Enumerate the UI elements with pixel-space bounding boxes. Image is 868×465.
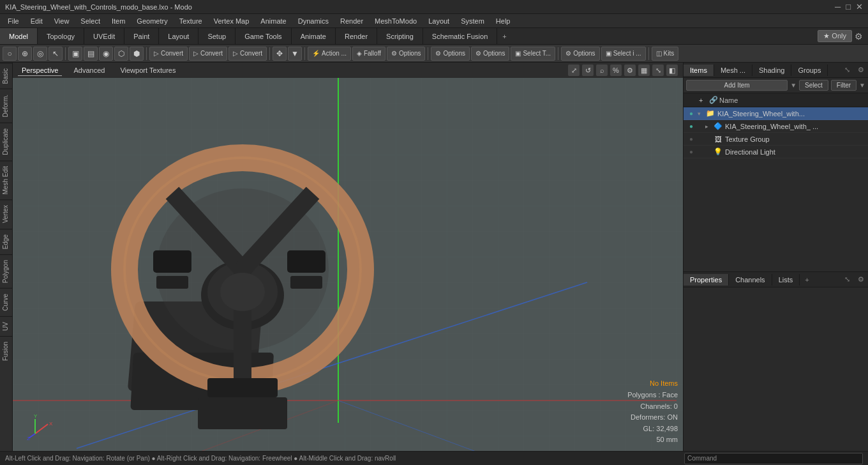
items-tab-items[interactable]: Items bbox=[684, 65, 714, 76]
sidebar-tab-polygon[interactable]: Polygon bbox=[0, 254, 12, 288]
viewport[interactable]: Perspective Advanced Viewport Textures ⤢… bbox=[13, 63, 683, 451]
viewport-settings-btn[interactable]: ⚙ bbox=[624, 65, 636, 76]
sidebar-tab-uv[interactable]: UV bbox=[0, 316, 12, 336]
viewport-tab-advanced[interactable]: Advanced bbox=[70, 65, 108, 75]
arrow-1[interactable]: ▸ bbox=[705, 123, 713, 130]
sidebar-tab-curve[interactable]: Curve bbox=[0, 288, 12, 316]
items-tab-mesh[interactable]: Mesh ... bbox=[714, 65, 752, 76]
link-col-icon[interactable]: 🔗 bbox=[709, 96, 719, 104]
menu-item-meshtomodo[interactable]: MeshToModo bbox=[370, 16, 422, 26]
sidebar-tab-mesh-edit[interactable]: Mesh Edit bbox=[0, 160, 12, 199]
tabs-settings[interactable]: ⚙ bbox=[855, 31, 863, 42]
props-tab-add[interactable]: + bbox=[801, 274, 812, 286]
menu-item-help[interactable]: Help bbox=[491, 16, 516, 26]
filter-dropdown[interactable]: ▼ bbox=[859, 82, 865, 89]
toolbar-icon-3[interactable]: ↖ bbox=[49, 47, 63, 61]
viewport-fit-btn[interactable]: ⤢ bbox=[568, 65, 580, 76]
toolbar-icon-0[interactable]: ○ bbox=[3, 47, 17, 61]
toolbar-btn-11[interactable]: ▷Convert bbox=[149, 47, 188, 61]
tab-schematic-fusion[interactable]: Schematic Fusion bbox=[423, 28, 497, 44]
toolbar-icon-1[interactable]: ⊕ bbox=[18, 47, 32, 61]
menu-item-geometry[interactable]: Geometry bbox=[131, 16, 172, 26]
tab-topology[interactable]: Topology bbox=[38, 28, 84, 44]
menu-item-dynamics[interactable]: Dynamics bbox=[293, 16, 334, 26]
sidebar-tab-deform[interactable]: Deform. bbox=[0, 89, 12, 123]
menu-item-texture[interactable]: Texture bbox=[174, 16, 207, 26]
tree-item-1[interactable]: ● ▸ 🔷 KIA_Steering_Wheel_with_ ... bbox=[684, 120, 868, 133]
toolbar-btn-26[interactable]: ⚙Options bbox=[561, 47, 599, 61]
tree-item-3[interactable]: ● ▸ 💡 Directional Light bbox=[684, 146, 868, 158]
toolbar-icon-5[interactable]: ▣ bbox=[68, 47, 82, 61]
command-input[interactable] bbox=[719, 455, 862, 462]
sidebar-tab-vertex[interactable]: Vertex bbox=[0, 199, 12, 228]
items-panel-settings[interactable]: ⚙ bbox=[854, 64, 868, 76]
tab-scripting[interactable]: Scripting bbox=[377, 28, 423, 44]
tab-render[interactable]: Render bbox=[336, 28, 377, 44]
items-tab-shading[interactable]: Shading bbox=[752, 65, 791, 76]
toolbar-btn-22[interactable]: ⚙Options bbox=[431, 47, 469, 61]
toolbar-btn-29[interactable]: ◫Kits bbox=[652, 47, 679, 61]
toolbar-icon-8[interactable]: ⬡ bbox=[114, 47, 128, 61]
window-controls[interactable]: ─ □ ✕ bbox=[835, 2, 863, 11]
tab-animate[interactable]: Animate bbox=[292, 28, 336, 44]
arrow-0[interactable]: ▾ bbox=[698, 111, 705, 117]
props-settings-btn[interactable]: ⚙ bbox=[854, 273, 868, 286]
sidebar-tab-edge[interactable]: Edge bbox=[0, 229, 12, 254]
tab-layout[interactable]: Layout bbox=[159, 28, 198, 44]
toolbar-icon-7[interactable]: ◉ bbox=[99, 47, 113, 61]
menu-item-layout[interactable]: Layout bbox=[423, 16, 454, 26]
tree-item-0[interactable]: ● ▾ 📁 KIA_Steering_Wheel_with... bbox=[684, 107, 868, 120]
items-panel-expand[interactable]: ⤡ bbox=[841, 64, 854, 76]
menu-item-render[interactable]: Render bbox=[335, 16, 368, 26]
add-item-button[interactable]: Add Item bbox=[686, 80, 788, 91]
close-button[interactable]: ✕ bbox=[856, 2, 863, 11]
props-tab-channels[interactable]: Channels bbox=[729, 274, 772, 286]
viewport-grid-btn[interactable]: ▦ bbox=[638, 65, 650, 76]
toolbar-icon-16[interactable]: ▼ bbox=[288, 47, 302, 61]
menu-item-animate[interactable]: Animate bbox=[255, 16, 291, 26]
menu-item-select[interactable]: Select bbox=[75, 16, 105, 26]
menu-item-file[interactable]: File bbox=[3, 16, 24, 26]
props-tab-lists[interactable]: Lists bbox=[772, 274, 800, 286]
maximize-button[interactable]: □ bbox=[846, 2, 851, 11]
sidebar-tab-basic[interactable]: Basic bbox=[0, 63, 12, 89]
toolbar-btn-23[interactable]: ⚙Options bbox=[471, 47, 509, 61]
tab-setup[interactable]: Setup bbox=[198, 28, 236, 44]
select-button[interactable]: Select bbox=[799, 80, 828, 91]
toolbar-btn-13[interactable]: ▷Convert bbox=[228, 47, 267, 61]
tab-add[interactable]: + bbox=[497, 30, 511, 43]
toolbar-btn-12[interactable]: ▷Convert bbox=[189, 47, 227, 61]
toolbar-btn-19[interactable]: ◈Falloff bbox=[352, 47, 385, 61]
viewport-collapse-btn[interactable]: ◧ bbox=[666, 65, 678, 76]
toolbar-btn-20[interactable]: ⚙Options bbox=[387, 47, 425, 61]
viewport-percent-btn[interactable]: % bbox=[610, 65, 622, 76]
viewport-tab-textures[interactable]: Viewport Textures bbox=[116, 65, 179, 75]
toolbar-btn-24[interactable]: ▣Select T... bbox=[511, 47, 555, 61]
vis-icon-1[interactable]: ● bbox=[686, 121, 696, 132]
viewport-rotate-btn[interactable]: ↺ bbox=[582, 65, 594, 76]
props-expand-btn[interactable]: ⤡ bbox=[841, 273, 854, 286]
viewport-expand-btn[interactable]: ⤡ bbox=[652, 65, 664, 76]
toolbar-icon-2[interactable]: ◎ bbox=[33, 47, 47, 61]
viewport-tab-perspective[interactable]: Perspective bbox=[18, 65, 62, 76]
tab-uvedit[interactable]: UVEdit bbox=[84, 28, 124, 44]
tree-item-2[interactable]: ● ▸ 🖼 Texture Group bbox=[684, 133, 868, 146]
tab-paint[interactable]: Paint bbox=[124, 28, 159, 44]
sidebar-tab-duplicate[interactable]: Duplicate bbox=[0, 123, 12, 160]
vis-icon-3[interactable]: ● bbox=[686, 147, 696, 157]
menu-item-vertex map[interactable]: Vertex Map bbox=[209, 16, 255, 26]
toolbar-btn-27[interactable]: ▣Select i ... bbox=[601, 47, 646, 61]
sidebar-tab-fusion[interactable]: Fusion bbox=[0, 336, 12, 366]
only-button[interactable]: ★ Only bbox=[818, 30, 852, 42]
canvas-area[interactable]: No Items Polygons : Face Channels: 0 Def… bbox=[13, 78, 683, 451]
toolbar-btn-18[interactable]: ⚡Action ... bbox=[308, 47, 351, 61]
add-col-icon[interactable]: + bbox=[699, 96, 709, 104]
vis-icon-2[interactable]: ● bbox=[686, 134, 696, 144]
tab-game-tools[interactable]: Game Tools bbox=[236, 28, 292, 44]
minimize-button[interactable]: ─ bbox=[835, 2, 841, 11]
toolbar-icon-15[interactable]: ✥ bbox=[273, 47, 287, 61]
props-tab-properties[interactable]: Properties bbox=[684, 274, 729, 286]
toolbar-icon-9[interactable]: ⬢ bbox=[130, 47, 144, 61]
viewport-zoom-btn[interactable]: ⌕ bbox=[596, 65, 608, 76]
menu-item-item[interactable]: Item bbox=[107, 16, 130, 26]
